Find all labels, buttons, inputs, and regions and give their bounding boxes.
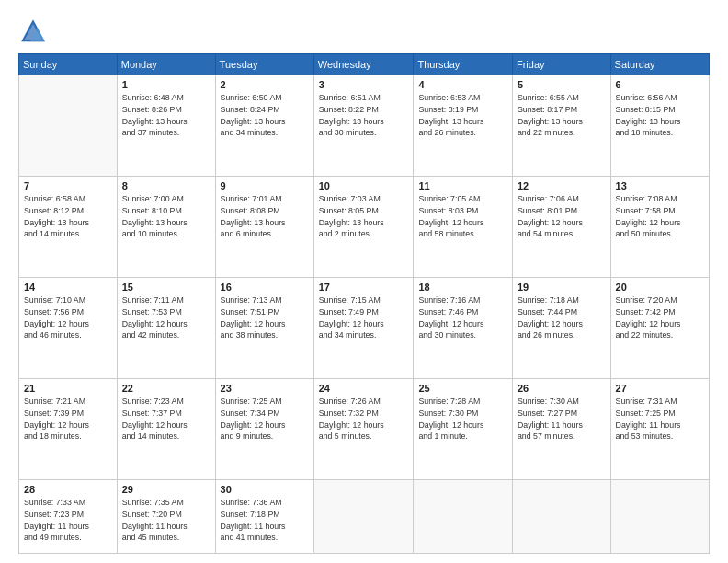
calendar-cell: 13Sunrise: 7:08 AMSunset: 7:58 PMDayligh… xyxy=(610,177,709,278)
day-number: 8 xyxy=(122,180,210,191)
calendar-cell: 15Sunrise: 7:11 AMSunset: 7:53 PMDayligh… xyxy=(117,278,215,379)
day-number: 28 xyxy=(24,484,112,495)
calendar-cell: 26Sunrise: 7:30 AMSunset: 7:27 PMDayligh… xyxy=(512,379,610,480)
day-info: Sunrise: 6:48 AMSunset: 8:26 PMDaylight:… xyxy=(122,92,210,139)
day-number: 6 xyxy=(616,79,704,90)
logo-icon xyxy=(18,17,48,46)
day-number: 3 xyxy=(319,79,409,90)
day-number: 17 xyxy=(319,282,409,293)
day-number: 20 xyxy=(616,282,704,293)
calendar-cell: 1Sunrise: 6:48 AMSunset: 8:26 PMDaylight… xyxy=(117,75,215,177)
calendar-cell: 19Sunrise: 7:18 AMSunset: 7:44 PMDayligh… xyxy=(512,278,610,379)
day-number: 30 xyxy=(221,484,309,495)
calendar-cell: 28Sunrise: 7:33 AMSunset: 7:23 PMDayligh… xyxy=(19,480,118,554)
calendar-cell: 4Sunrise: 6:53 AMSunset: 8:19 PMDaylight… xyxy=(414,75,513,177)
day-number: 7 xyxy=(24,180,112,191)
day-info: Sunrise: 6:50 AMSunset: 8:24 PMDaylight:… xyxy=(221,92,309,139)
day-info: Sunrise: 6:58 AMSunset: 8:12 PMDaylight:… xyxy=(24,193,112,240)
calendar-cell: 17Sunrise: 7:15 AMSunset: 7:49 PMDayligh… xyxy=(313,278,414,379)
day-number: 22 xyxy=(122,383,210,394)
day-info: Sunrise: 7:36 AMSunset: 7:18 PMDaylight:… xyxy=(221,497,309,544)
day-number: 4 xyxy=(418,79,507,90)
day-info: Sunrise: 7:11 AMSunset: 7:53 PMDaylight:… xyxy=(122,294,210,341)
calendar-cell: 12Sunrise: 7:06 AMSunset: 8:01 PMDayligh… xyxy=(512,177,610,278)
weekday-header-row: SundayMondayTuesdayWednesdayThursdayFrid… xyxy=(19,54,710,75)
day-number: 5 xyxy=(518,79,606,90)
day-info: Sunrise: 6:55 AMSunset: 8:17 PMDaylight:… xyxy=(518,92,606,139)
day-info: Sunrise: 7:16 AMSunset: 7:46 PMDaylight:… xyxy=(418,294,507,341)
calendar-cell: 21Sunrise: 7:21 AMSunset: 7:39 PMDayligh… xyxy=(19,379,118,480)
header xyxy=(18,17,710,46)
day-info: Sunrise: 7:06 AMSunset: 8:01 PMDaylight:… xyxy=(518,193,606,240)
day-number: 2 xyxy=(221,79,309,90)
calendar-cell: 22Sunrise: 7:23 AMSunset: 7:37 PMDayligh… xyxy=(117,379,215,480)
calendar-cell: 18Sunrise: 7:16 AMSunset: 7:46 PMDayligh… xyxy=(414,278,513,379)
calendar-cell: 7Sunrise: 6:58 AMSunset: 8:12 PMDaylight… xyxy=(19,177,118,278)
day-info: Sunrise: 7:05 AMSunset: 8:03 PMDaylight:… xyxy=(418,193,507,240)
calendar-cell: 5Sunrise: 6:55 AMSunset: 8:17 PMDaylight… xyxy=(512,75,610,177)
day-info: Sunrise: 7:18 AMSunset: 7:44 PMDaylight:… xyxy=(518,294,606,341)
calendar-week-row-1: 1Sunrise: 6:48 AMSunset: 8:26 PMDaylight… xyxy=(19,75,710,177)
calendar-week-row-4: 21Sunrise: 7:21 AMSunset: 7:39 PMDayligh… xyxy=(19,379,710,480)
day-number: 18 xyxy=(418,282,507,293)
calendar-week-row-3: 14Sunrise: 7:10 AMSunset: 7:56 PMDayligh… xyxy=(19,278,710,379)
calendar-cell: 10Sunrise: 7:03 AMSunset: 8:05 PMDayligh… xyxy=(313,177,414,278)
day-info: Sunrise: 7:30 AMSunset: 7:27 PMDaylight:… xyxy=(518,396,606,442)
calendar-cell: 6Sunrise: 6:56 AMSunset: 8:15 PMDaylight… xyxy=(610,75,709,177)
calendar-cell xyxy=(313,480,414,554)
calendar-cell xyxy=(512,480,610,554)
weekday-header-monday: Monday xyxy=(117,54,215,75)
day-info: Sunrise: 7:10 AMSunset: 7:56 PMDaylight:… xyxy=(24,294,112,341)
weekday-header-friday: Friday xyxy=(512,54,610,75)
calendar-week-row-5: 28Sunrise: 7:33 AMSunset: 7:23 PMDayligh… xyxy=(19,480,710,554)
day-info: Sunrise: 7:23 AMSunset: 7:37 PMDaylight:… xyxy=(122,396,210,442)
day-info: Sunrise: 7:26 AMSunset: 7:32 PMDaylight:… xyxy=(319,396,409,442)
calendar-cell: 23Sunrise: 7:25 AMSunset: 7:34 PMDayligh… xyxy=(215,379,313,480)
day-info: Sunrise: 7:00 AMSunset: 8:10 PMDaylight:… xyxy=(122,193,210,240)
calendar-cell: 2Sunrise: 6:50 AMSunset: 8:24 PMDaylight… xyxy=(215,75,313,177)
day-number: 10 xyxy=(319,180,409,191)
calendar-cell: 11Sunrise: 7:05 AMSunset: 8:03 PMDayligh… xyxy=(414,177,513,278)
weekday-header-saturday: Saturday xyxy=(610,54,709,75)
day-info: Sunrise: 7:13 AMSunset: 7:51 PMDaylight:… xyxy=(221,294,309,341)
calendar-cell: 20Sunrise: 7:20 AMSunset: 7:42 PMDayligh… xyxy=(610,278,709,379)
calendar-cell: 16Sunrise: 7:13 AMSunset: 7:51 PMDayligh… xyxy=(215,278,313,379)
calendar-cell: 29Sunrise: 7:35 AMSunset: 7:20 PMDayligh… xyxy=(117,480,215,554)
day-number: 1 xyxy=(122,79,210,90)
calendar-table: SundayMondayTuesdayWednesdayThursdayFrid… xyxy=(18,53,710,554)
day-info: Sunrise: 6:53 AMSunset: 8:19 PMDaylight:… xyxy=(418,92,507,139)
day-number: 9 xyxy=(221,180,309,191)
day-info: Sunrise: 7:20 AMSunset: 7:42 PMDaylight:… xyxy=(616,294,704,341)
day-number: 25 xyxy=(418,383,507,394)
calendar-cell xyxy=(414,480,513,554)
calendar-cell: 8Sunrise: 7:00 AMSunset: 8:10 PMDaylight… xyxy=(117,177,215,278)
calendar-cell: 9Sunrise: 7:01 AMSunset: 8:08 PMDaylight… xyxy=(215,177,313,278)
weekday-header-sunday: Sunday xyxy=(19,54,118,75)
day-info: Sunrise: 7:33 AMSunset: 7:23 PMDaylight:… xyxy=(24,497,112,544)
calendar-cell: 30Sunrise: 7:36 AMSunset: 7:18 PMDayligh… xyxy=(215,480,313,554)
day-number: 23 xyxy=(221,383,309,394)
calendar-week-row-2: 7Sunrise: 6:58 AMSunset: 8:12 PMDaylight… xyxy=(19,177,710,278)
day-number: 19 xyxy=(518,282,606,293)
day-info: Sunrise: 6:56 AMSunset: 8:15 PMDaylight:… xyxy=(616,92,704,139)
calendar-cell xyxy=(19,75,118,177)
calendar-cell: 3Sunrise: 6:51 AMSunset: 8:22 PMDaylight… xyxy=(313,75,414,177)
day-number: 14 xyxy=(24,282,112,293)
day-number: 15 xyxy=(122,282,210,293)
day-number: 27 xyxy=(616,383,704,394)
day-number: 24 xyxy=(319,383,409,394)
calendar-cell xyxy=(610,480,709,554)
day-info: Sunrise: 7:31 AMSunset: 7:25 PMDaylight:… xyxy=(616,396,704,442)
calendar-cell: 14Sunrise: 7:10 AMSunset: 7:56 PMDayligh… xyxy=(19,278,118,379)
day-number: 21 xyxy=(24,383,112,394)
day-info: Sunrise: 7:21 AMSunset: 7:39 PMDaylight:… xyxy=(24,396,112,442)
weekday-header-tuesday: Tuesday xyxy=(215,54,313,75)
day-number: 12 xyxy=(518,180,606,191)
day-number: 11 xyxy=(418,180,507,191)
day-number: 29 xyxy=(122,484,210,495)
day-info: Sunrise: 6:51 AMSunset: 8:22 PMDaylight:… xyxy=(319,92,409,139)
logo xyxy=(18,17,51,46)
page: SundayMondayTuesdayWednesdayThursdayFrid… xyxy=(0,0,728,563)
day-info: Sunrise: 7:28 AMSunset: 7:30 PMDaylight:… xyxy=(418,396,507,442)
day-info: Sunrise: 7:25 AMSunset: 7:34 PMDaylight:… xyxy=(221,396,309,442)
